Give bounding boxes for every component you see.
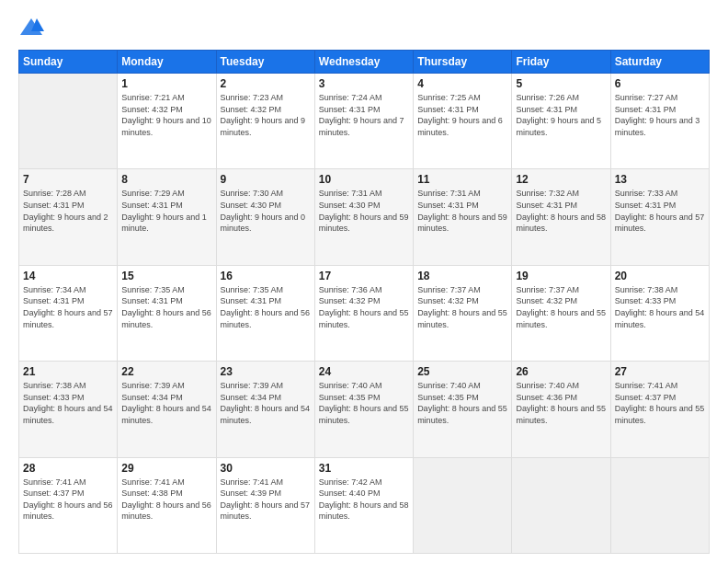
calendar-cell: 5Sunrise: 7:26 AMSunset: 4:31 PMDaylight… <box>512 74 610 169</box>
day-info: Sunrise: 7:34 AMSunset: 4:31 PMDaylight:… <box>23 284 113 330</box>
calendar-week-row: 21Sunrise: 7:38 AMSunset: 4:33 PMDayligh… <box>19 362 710 457</box>
logo-icon <box>18 15 44 40</box>
day-number: 21 <box>23 365 113 378</box>
day-info: Sunrise: 7:37 AMSunset: 4:32 PMDaylight:… <box>516 284 606 330</box>
calendar-cell: 16Sunrise: 7:35 AMSunset: 4:31 PMDayligh… <box>216 265 314 361</box>
page: SundayMondayTuesdayWednesdayThursdayFrid… <box>0 0 728 563</box>
calendar-cell: 30Sunrise: 7:41 AMSunset: 4:39 PMDayligh… <box>216 457 314 553</box>
calendar-cell: 2Sunrise: 7:23 AMSunset: 4:32 PMDaylight… <box>216 74 314 169</box>
calendar-cell: 23Sunrise: 7:39 AMSunset: 4:34 PMDayligh… <box>216 362 314 457</box>
day-number: 2 <box>221 77 311 90</box>
day-info: Sunrise: 7:33 AMSunset: 4:31 PMDaylight:… <box>615 188 705 234</box>
day-info: Sunrise: 7:23 AMSunset: 4:32 PMDaylight:… <box>221 92 311 138</box>
day-info: Sunrise: 7:41 AMSunset: 4:38 PMDaylight:… <box>121 477 211 523</box>
day-number: 3 <box>319 77 409 90</box>
day-number: 27 <box>615 365 705 378</box>
calendar-cell: 6Sunrise: 7:27 AMSunset: 4:31 PMDaylight… <box>610 74 709 169</box>
day-info: Sunrise: 7:31 AMSunset: 4:31 PMDaylight:… <box>417 188 507 234</box>
day-info: Sunrise: 7:41 AMSunset: 4:39 PMDaylight:… <box>221 477 311 523</box>
weekday-header-tuesday: Tuesday <box>216 51 314 74</box>
calendar-cell: 26Sunrise: 7:40 AMSunset: 4:36 PMDayligh… <box>512 362 610 457</box>
day-info: Sunrise: 7:41 AMSunset: 4:37 PMDaylight:… <box>615 380 705 426</box>
day-info: Sunrise: 7:35 AMSunset: 4:31 PMDaylight:… <box>221 284 311 330</box>
day-info: Sunrise: 7:39 AMSunset: 4:34 PMDaylight:… <box>221 380 311 426</box>
day-number: 17 <box>319 270 409 282</box>
day-number: 4 <box>417 77 507 90</box>
day-number: 13 <box>615 173 705 186</box>
calendar-cell: 3Sunrise: 7:24 AMSunset: 4:31 PMDaylight… <box>314 74 413 169</box>
calendar-cell <box>19 74 118 169</box>
day-info: Sunrise: 7:27 AMSunset: 4:31 PMDaylight:… <box>615 92 705 138</box>
day-number: 5 <box>516 77 606 90</box>
day-number: 16 <box>221 270 311 282</box>
day-info: Sunrise: 7:21 AMSunset: 4:32 PMDaylight:… <box>121 92 211 138</box>
day-info: Sunrise: 7:26 AMSunset: 4:31 PMDaylight:… <box>516 92 606 138</box>
day-number: 14 <box>23 270 113 282</box>
calendar-cell: 4Sunrise: 7:25 AMSunset: 4:31 PMDaylight… <box>414 74 512 169</box>
weekday-header-friday: Friday <box>512 51 610 74</box>
calendar-cell: 1Sunrise: 7:21 AMSunset: 4:32 PMDaylight… <box>118 74 216 169</box>
day-number: 10 <box>319 173 409 186</box>
calendar-cell: 25Sunrise: 7:40 AMSunset: 4:35 PMDayligh… <box>414 362 512 457</box>
day-number: 18 <box>417 270 507 282</box>
day-info: Sunrise: 7:31 AMSunset: 4:30 PMDaylight:… <box>319 188 409 234</box>
calendar-cell: 8Sunrise: 7:29 AMSunset: 4:31 PMDaylight… <box>118 169 216 265</box>
calendar-cell: 7Sunrise: 7:28 AMSunset: 4:31 PMDaylight… <box>19 169 118 265</box>
day-number: 30 <box>221 462 311 475</box>
day-number: 29 <box>121 462 211 475</box>
day-number: 1 <box>121 77 211 90</box>
day-info: Sunrise: 7:35 AMSunset: 4:31 PMDaylight:… <box>121 284 211 330</box>
day-info: Sunrise: 7:41 AMSunset: 4:37 PMDaylight:… <box>23 477 113 523</box>
day-number: 22 <box>121 365 211 378</box>
calendar-cell: 31Sunrise: 7:42 AMSunset: 4:40 PMDayligh… <box>314 457 413 553</box>
day-info: Sunrise: 7:36 AMSunset: 4:32 PMDaylight:… <box>319 284 409 330</box>
calendar-table: SundayMondayTuesdayWednesdayThursdayFrid… <box>18 50 710 554</box>
day-info: Sunrise: 7:32 AMSunset: 4:31 PMDaylight:… <box>516 188 606 234</box>
weekday-header-wednesday: Wednesday <box>314 51 413 74</box>
weekday-header-monday: Monday <box>118 51 216 74</box>
weekday-header-thursday: Thursday <box>414 51 512 74</box>
day-number: 25 <box>417 365 507 378</box>
calendar-cell: 24Sunrise: 7:40 AMSunset: 4:35 PMDayligh… <box>314 362 413 457</box>
day-number: 26 <box>516 365 606 378</box>
calendar-week-row: 7Sunrise: 7:28 AMSunset: 4:31 PMDaylight… <box>19 169 710 265</box>
day-info: Sunrise: 7:39 AMSunset: 4:34 PMDaylight:… <box>121 380 211 426</box>
weekday-header-row: SundayMondayTuesdayWednesdayThursdayFrid… <box>19 51 710 74</box>
day-info: Sunrise: 7:37 AMSunset: 4:32 PMDaylight:… <box>417 284 507 330</box>
day-number: 7 <box>23 173 113 186</box>
calendar-cell <box>610 457 709 553</box>
calendar-cell: 13Sunrise: 7:33 AMSunset: 4:31 PMDayligh… <box>610 169 709 265</box>
day-number: 15 <box>121 270 211 282</box>
day-number: 11 <box>417 173 507 186</box>
calendar-week-row: 28Sunrise: 7:41 AMSunset: 4:37 PMDayligh… <box>19 457 710 553</box>
day-number: 23 <box>221 365 311 378</box>
day-number: 24 <box>319 365 409 378</box>
day-info: Sunrise: 7:40 AMSunset: 4:35 PMDaylight:… <box>417 380 507 426</box>
day-info: Sunrise: 7:40 AMSunset: 4:35 PMDaylight:… <box>319 380 409 426</box>
calendar-cell: 29Sunrise: 7:41 AMSunset: 4:38 PMDayligh… <box>118 457 216 553</box>
calendar-cell: 12Sunrise: 7:32 AMSunset: 4:31 PMDayligh… <box>512 169 610 265</box>
calendar-week-row: 1Sunrise: 7:21 AMSunset: 4:32 PMDaylight… <box>19 74 710 169</box>
calendar-cell: 22Sunrise: 7:39 AMSunset: 4:34 PMDayligh… <box>118 362 216 457</box>
logo <box>18 15 48 40</box>
day-number: 12 <box>516 173 606 186</box>
day-number: 8 <box>121 173 211 186</box>
calendar-cell: 28Sunrise: 7:41 AMSunset: 4:37 PMDayligh… <box>19 457 118 553</box>
day-info: Sunrise: 7:29 AMSunset: 4:31 PMDaylight:… <box>121 188 211 234</box>
weekday-header-sunday: Sunday <box>19 51 118 74</box>
calendar-cell <box>512 457 610 553</box>
day-info: Sunrise: 7:30 AMSunset: 4:30 PMDaylight:… <box>221 188 311 234</box>
calendar-cell: 9Sunrise: 7:30 AMSunset: 4:30 PMDaylight… <box>216 169 314 265</box>
day-number: 6 <box>615 77 705 90</box>
calendar-cell: 20Sunrise: 7:38 AMSunset: 4:33 PMDayligh… <box>610 265 709 361</box>
day-number: 9 <box>221 173 311 186</box>
day-info: Sunrise: 7:42 AMSunset: 4:40 PMDaylight:… <box>319 477 409 523</box>
day-number: 19 <box>516 270 606 282</box>
calendar-cell: 11Sunrise: 7:31 AMSunset: 4:31 PMDayligh… <box>414 169 512 265</box>
day-number: 20 <box>615 270 705 282</box>
day-info: Sunrise: 7:38 AMSunset: 4:33 PMDaylight:… <box>23 380 113 426</box>
weekday-header-saturday: Saturday <box>610 51 709 74</box>
calendar-cell: 15Sunrise: 7:35 AMSunset: 4:31 PMDayligh… <box>118 265 216 361</box>
day-info: Sunrise: 7:38 AMSunset: 4:33 PMDaylight:… <box>615 284 705 330</box>
calendar-cell: 19Sunrise: 7:37 AMSunset: 4:32 PMDayligh… <box>512 265 610 361</box>
